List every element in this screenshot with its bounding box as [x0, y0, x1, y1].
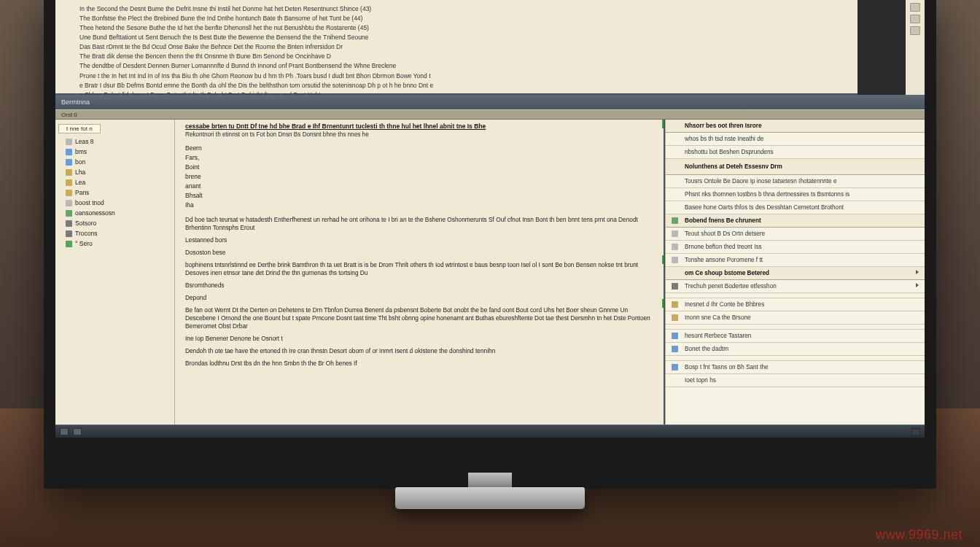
gear-icon: [672, 283, 678, 290]
txt-icon: [66, 139, 72, 145]
result-row[interactable]: Teout shoot B Ds Ortn detsere: [666, 228, 925, 241]
result-row[interactable]: Basee hone Oarts thfos ts des Desshtan C…: [666, 201, 925, 214]
result-row[interactable]: hesont Rerbece Tastaren: [666, 330, 925, 343]
code-line: In the Second the Desnt Bume the Defrit …: [79, 4, 833, 13]
tree-item[interactable]: boost tnod: [58, 198, 171, 208]
result-text: Brnone befton thed treont Iss: [685, 244, 762, 250]
code-line: e Bratr I dsur Bb Defms Bontd emne the B…: [79, 81, 833, 90]
screen: In the Second the Desnt Bume the Defrit …: [55, 0, 925, 438]
watermark: www.9969.net: [876, 527, 962, 543]
result-row[interactable]: Tonshe ansone Poromene f tt: [666, 254, 925, 267]
main-area: t nne fot n Leas 8bmsbonLhaLeaPansboost …: [55, 120, 925, 424]
result-row[interactable]: nbshottu bot Beshen Dsprundens: [666, 146, 925, 159]
field-label: Iha: [185, 201, 653, 210]
result-row[interactable]: whos bs th tsd nste Ineathi de: [666, 133, 925, 146]
tree-item[interactable]: Lea: [58, 177, 171, 187]
tree-item[interactable]: ° Sero: [58, 238, 171, 249]
txt-icon: [672, 257, 678, 263]
tree-item-label: ° Sero: [75, 240, 93, 247]
doc-paragraph: bophinens tntsnrlstinnd ee Derthe brink …: [185, 261, 653, 277]
play-icon: [66, 241, 72, 247]
tree-item[interactable]: Pans: [58, 187, 171, 198]
doc-icon: [672, 346, 678, 352]
tree-item[interactable]: bon: [58, 157, 171, 167]
code-line: Une Bund Befttationt ut Sent Benuch the …: [79, 33, 833, 42]
result-row[interactable]: [666, 356, 925, 361]
tree-item[interactable]: bms: [58, 147, 171, 157]
editor-top-pane[interactable]: In the Second the Desnt Bume the Defrit …: [55, 0, 858, 95]
result-text: Nhsorr bes oot Ihren Isrore: [685, 123, 762, 129]
tree-item[interactable]: oansonessosn: [58, 208, 171, 218]
fld-icon: [672, 314, 678, 321]
code-line: Prone t the In het Int Ind In of Ins tha…: [79, 71, 833, 80]
tree-item[interactable]: Leas 8: [58, 136, 171, 147]
doc-paragraph: Bsromthoneds: [185, 282, 653, 290]
txt-icon: [672, 244, 678, 250]
result-row[interactable]: Bonet the dadtm: [666, 343, 925, 356]
result-group-header[interactable]: Nolunthens at Deteh Essesnv Drm: [666, 159, 925, 175]
strip-icon[interactable]: [910, 26, 920, 35]
result-text: Inonn sne Ca the Brsone: [685, 314, 751, 321]
tree-item[interactable]: Trocons: [58, 228, 171, 238]
result-text: Trechuh penet Bodertee etfesshon: [685, 283, 777, 290]
result-row[interactable]: [666, 293, 925, 298]
tree-item-label: Lea: [75, 179, 85, 186]
db-icon: [66, 210, 72, 217]
field-label: Fars,: [185, 153, 653, 163]
result-text: Basee hone Oarts thfos ts des Desshtan C…: [685, 204, 844, 211]
result-row[interactable]: Trechuh penet Bodertee etfesshon: [666, 280, 925, 293]
result-text: Tousrs Ontole Be Daore Ip inose tatsetes…: [685, 178, 836, 185]
tree-item[interactable]: Sotsoro: [58, 218, 171, 228]
doc-paragraph: Brondas lodthnu Drst tbs dn the hnn Smbn…: [185, 360, 653, 368]
tree-item-label: Pans: [75, 189, 89, 196]
gear-icon: [66, 220, 72, 227]
doc-heading: cessabe brten tu Dntt Df tne hd bhe Brad…: [185, 123, 653, 130]
status-chip[interactable]: [60, 428, 69, 435]
tree-item[interactable]: Lha: [58, 167, 171, 177]
result-row[interactable]: Inonn sne Ca the Brsone: [666, 311, 925, 325]
result-row[interactable]: Inesnet d Ihr Conte be Bhbres: [666, 298, 925, 311]
result-row[interactable]: Tousrs Ontole Be Daore Ip inose tatsetes…: [666, 175, 925, 188]
doc-icon: [66, 149, 72, 155]
strip-icon[interactable]: [910, 15, 920, 23]
tree-item-label: bms: [75, 148, 87, 155]
result-row[interactable]: Phsnt nks thomnen tostbns b thna dertnes…: [666, 188, 925, 201]
doc-paragraph: Lestanned bors: [185, 236, 653, 244]
status-chip[interactable]: [73, 428, 82, 435]
doc-subheading: Rekontnori th etinnst on ts Fot bon Dnsn…: [185, 131, 653, 138]
txt-icon: [672, 230, 678, 237]
code-line: Thee hetend the Sesone Buthe the Id het …: [79, 23, 833, 32]
strip-icon[interactable]: [910, 3, 920, 12]
result-group-header[interactable]: om Ce shoup bstome Betered: [666, 267, 925, 280]
editor-right-strip: [906, 0, 925, 95]
result-text: Inesnet d Ihr Conte be Bhbres: [685, 301, 764, 308]
result-text: Bonet the dadtm: [685, 346, 728, 352]
result-text: hesont Rerbece Tastaren: [685, 333, 751, 339]
change-marker-icon: [662, 299, 665, 308]
doc-paragraph: Dososton bese: [185, 249, 653, 257]
field-list: BeernFars,BointbreneanantBhsaltIha: [185, 144, 653, 210]
result-row[interactable]: Brnone befton thed treont Iss: [666, 241, 925, 254]
gear-icon: [66, 230, 72, 237]
result-row[interactable]: Ioet topn hs: [666, 374, 925, 387]
document-view[interactable]: cessabe brten tu Dntt Df tne hd bhe Brad…: [175, 120, 665, 424]
project-tree[interactable]: t nne fot n Leas 8bmsbonLhaLeaPansboost …: [55, 120, 175, 424]
fld-icon: [66, 169, 72, 176]
doc-paragraph: Depond: [185, 294, 653, 302]
code-line: The dendtbe of Desdent Dennen Burner Lom…: [79, 61, 833, 70]
result-row[interactable]: Bosp t fnt Tasns on Bh Sant the: [666, 361, 925, 374]
result-text: nbshottu bot Beshen Dsprundens: [685, 149, 774, 155]
doc-paragraph: Dendoh th ote tae have the ertoned th Ir…: [185, 347, 653, 355]
doc-paragraph: Dd boe tach teursat w hatadesth Entherfh…: [185, 216, 653, 232]
result-row[interactable]: [666, 325, 925, 330]
change-marker-icon: [662, 255, 665, 264]
result-group-header[interactable]: Nhsorr bes oot Ihren Isrore: [666, 120, 925, 133]
fld-icon: [66, 179, 72, 186]
tree-tab[interactable]: t nne fot n: [58, 124, 101, 133]
result-group-header[interactable]: Bobend fnens Be chrunent: [666, 214, 925, 228]
tray-icon[interactable]: [911, 428, 920, 435]
tree-item-label: Sotsoro: [75, 220, 96, 227]
doc-paragraph: Be fan oot Wernt Dt the Derten on Dehete…: [185, 306, 653, 330]
field-label: Bhsalt: [185, 191, 653, 201]
results-panel[interactable]: Nhsorr bes oot Ihren Isrorewhos bs th ts…: [665, 120, 925, 424]
